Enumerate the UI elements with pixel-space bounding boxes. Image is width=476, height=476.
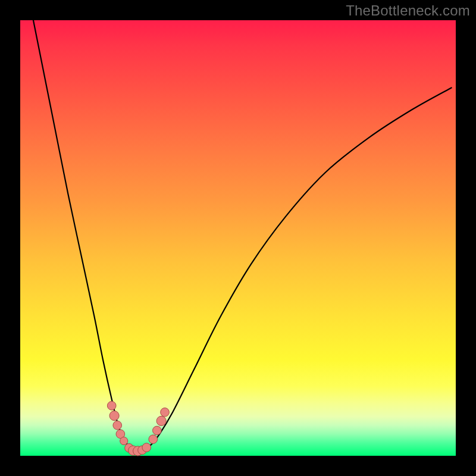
marker-bottom-5 (142, 443, 151, 452)
marker-left-cluster-upper-2 (109, 411, 119, 421)
curve-right-branch (133, 87, 451, 450)
plot-area (20, 20, 456, 456)
watermark-text: TheBottleneck.com (346, 2, 470, 19)
frame: TheBottleneck.com (0, 0, 476, 476)
marker-left-cluster-upper-1 (107, 402, 116, 411)
marker-right-cluster-1 (149, 435, 158, 444)
curve-left-branch (33, 20, 133, 450)
marker-left-cluster-lower-2 (120, 437, 128, 445)
marker-right-cluster-3 (156, 416, 166, 425)
marker-group (107, 402, 169, 456)
marker-right-cluster-2 (153, 426, 162, 435)
marker-right-cluster-4 (161, 408, 170, 416)
marker-left-cluster-upper-3 (113, 421, 122, 430)
chart-svg (20, 20, 456, 456)
